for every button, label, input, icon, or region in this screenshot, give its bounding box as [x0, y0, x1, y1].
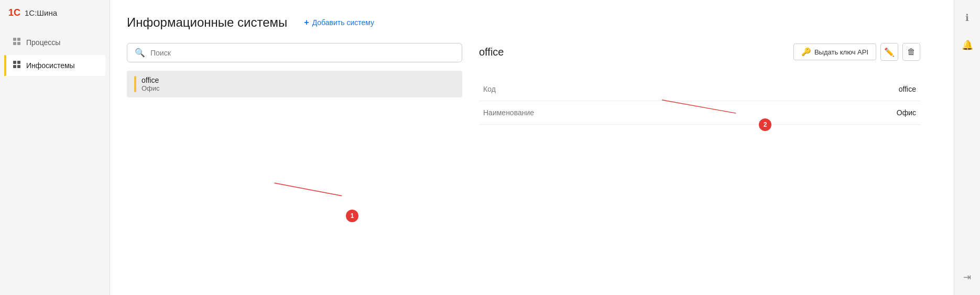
- info-button[interactable]: ℹ: [958, 8, 977, 27]
- app-logo: 1С 1С:Шина: [0, 0, 110, 26]
- sidebar: 1С 1С:Шина Процессы: [0, 0, 110, 295]
- svg-rect-2: [13, 42, 16, 45]
- edit-icon: ✏️: [884, 47, 895, 57]
- infosystems-icon: [13, 60, 21, 71]
- list-item[interactable]: office Офис: [127, 71, 462, 97]
- logo-icon: 1С: [8, 7, 20, 18]
- key-icon: 🔑: [801, 47, 811, 57]
- svg-rect-5: [17, 61, 20, 64]
- api-button-label: Выдать ключ API: [814, 48, 868, 56]
- main-content: Информационные системы + Добавить систем…: [110, 0, 954, 295]
- page-title: Информационные системы: [127, 15, 287, 30]
- api-key-button[interactable]: 🔑 Выдать ключ API: [793, 43, 876, 60]
- sidebar-item-label-infosystems: Инфосистемы: [26, 61, 75, 70]
- search-box[interactable]: 🔍: [127, 43, 462, 62]
- svg-rect-4: [13, 61, 16, 64]
- edit-button[interactable]: ✏️: [880, 43, 898, 61]
- field-value-code: office: [584, 78, 920, 101]
- right-sidebar: ℹ 🔔 ⇥: [954, 0, 980, 295]
- field-value-name: Офис: [584, 101, 920, 125]
- table-row: Наименование Офис: [479, 101, 920, 125]
- sidebar-item-infosystems[interactable]: Инфосистемы: [4, 55, 105, 76]
- bell-button[interactable]: 🔔: [958, 36, 977, 54]
- app-title: 1С:Шина: [25, 8, 57, 17]
- item-description: Офис: [141, 84, 160, 92]
- svg-rect-1: [17, 38, 20, 41]
- detail-title: office: [479, 46, 504, 58]
- delete-button[interactable]: 🗑: [902, 43, 920, 61]
- bell-icon: 🔔: [962, 39, 973, 51]
- plus-icon: +: [304, 18, 309, 27]
- item-accent-bar: [134, 76, 136, 92]
- active-indicator: [4, 55, 6, 76]
- page-header: Информационные системы + Добавить систем…: [127, 15, 937, 30]
- add-button-label: Добавить систему: [312, 18, 374, 27]
- system-list: office Офис: [127, 71, 462, 97]
- add-system-button[interactable]: + Добавить систему: [300, 15, 378, 30]
- svg-rect-3: [17, 42, 20, 45]
- search-input[interactable]: [150, 49, 454, 57]
- item-text: office Офис: [141, 76, 160, 92]
- field-label-name: Наименование: [479, 101, 584, 125]
- item-name: office: [141, 76, 160, 84]
- detail-actions: 🔑 Выдать ключ API ✏️ 🗑: [793, 43, 920, 61]
- list-panel: 🔍 office Офис 1: [127, 43, 462, 280]
- trash-icon: 🗑: [907, 47, 916, 57]
- exit-icon: ⇥: [963, 271, 971, 283]
- search-icon: 🔍: [135, 48, 145, 58]
- processes-icon: [13, 37, 21, 48]
- content-area: 🔍 office Офис 1 office: [127, 43, 937, 280]
- table-row: Код office: [479, 78, 920, 101]
- sidebar-nav: Процессы Инфосистемы: [0, 31, 110, 77]
- sidebar-item-processes[interactable]: Процессы: [4, 32, 105, 53]
- svg-rect-7: [17, 65, 20, 68]
- detail-panel: office 🔑 Выдать ключ API ✏️ 🗑: [462, 43, 937, 280]
- svg-rect-6: [13, 65, 16, 68]
- annotation-1: 1: [346, 210, 358, 222]
- exit-button[interactable]: ⇥: [958, 268, 977, 287]
- field-label-code: Код: [479, 78, 584, 101]
- info-icon: ℹ: [965, 12, 969, 24]
- detail-table: Код office Наименование Офис: [479, 78, 920, 125]
- svg-rect-0: [13, 38, 16, 41]
- detail-header: office 🔑 Выдать ключ API ✏️ 🗑: [479, 43, 920, 65]
- sidebar-item-label-processes: Процессы: [26, 38, 60, 47]
